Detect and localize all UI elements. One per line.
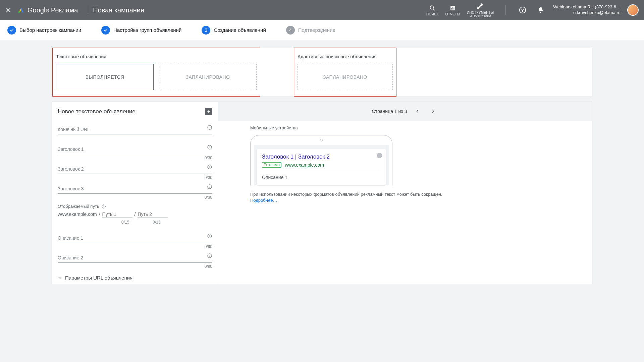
learn-more-link[interactable]: Подробнее… — [250, 198, 277, 203]
notifications-button[interactable] — [535, 4, 546, 16]
preview-note: При использовании некоторых форматов объ… — [250, 191, 559, 203]
counter: 0/30 — [205, 156, 212, 160]
final-url-field: ? — [58, 125, 212, 134]
final-url-input[interactable] — [58, 125, 212, 134]
svg-rect-4 — [452, 7, 453, 10]
step-ad-groups[interactable]: Настройка групп объявлений — [101, 26, 181, 35]
counter: 0/90 — [205, 264, 212, 269]
svg-text:?: ? — [209, 185, 211, 188]
svg-text:?: ? — [209, 235, 211, 238]
display-base-url: www.example.com — [58, 212, 97, 217]
svg-text:?: ? — [103, 205, 104, 207]
counter: 0/30 — [205, 195, 212, 200]
help-icon[interactable]: ? — [207, 253, 212, 258]
help-icon[interactable]: ? — [207, 125, 212, 130]
content-area: Текстовые объявления ВЫПОЛНЯЕТСЯ ЗАПЛАНИ… — [0, 40, 644, 284]
headline3-input[interactable] — [58, 184, 212, 194]
wrench-icon — [477, 3, 484, 10]
ad-preview-card: Заголовок 1 | Заголовок 2 Реклама www.ex… — [257, 149, 386, 185]
divider — [505, 5, 505, 15]
responsive-search-ads-group: Адаптивные поисковые объявления ЗАПЛАНИР… — [294, 48, 396, 97]
ad-type-card: Текстовые объявления ВЫПОЛНЯЕТСЯ ЗАПЛАНИ… — [52, 48, 592, 97]
settings-tool[interactable]: ИНСТРУМЕНТЫ И НАСТРОЙКИ — [467, 3, 494, 18]
counter: 0/30 — [205, 175, 212, 180]
step-create-ads[interactable]: 3 Создание объявлений — [202, 26, 266, 35]
editor-row: Новое текстовое объявление ✦ ? ? 0/30 ? … — [52, 102, 592, 284]
svg-text:?: ? — [209, 126, 211, 129]
ad-editor-panel: Новое текстовое объявление ✦ ? ? 0/30 ? … — [52, 102, 218, 284]
ideas-icon[interactable]: ✦ — [205, 108, 212, 115]
svg-text:?: ? — [209, 166, 211, 169]
google-ads-logo: Google Реклама — [17, 6, 78, 14]
display-path-label: Отображаемый путь — [58, 204, 99, 209]
svg-rect-5 — [453, 7, 454, 9]
counter: 0/15 — [153, 220, 160, 225]
reports-tool[interactable]: ОТЧЕТЫ — [445, 4, 460, 16]
text-ads-group: Текстовые объявления ВЫПОЛНЯЕТСЯ ЗАПЛАНИ… — [52, 48, 260, 97]
svg-text:?: ? — [209, 146, 211, 149]
svg-point-1 — [430, 6, 434, 9]
close-icon[interactable] — [5, 7, 11, 13]
phone-mockup: Заголовок 1 | Заголовок 2 Реклама www.ex… — [250, 135, 392, 185]
ad-description: Описание 1 — [262, 171, 381, 180]
headline1-field: ? 0/30 — [58, 144, 212, 154]
url-params-toggle[interactable]: Параметры URL объявления — [58, 275, 212, 281]
help-icon[interactable]: ? — [101, 204, 106, 209]
ad-headline: Заголовок 1 | Заголовок 2 — [262, 154, 381, 160]
account-info[interactable]: Webinars eLama RU (378-923-6… n.kravchen… — [553, 4, 621, 16]
svg-text:?: ? — [521, 8, 524, 13]
editor-title: Новое текстовое объявление — [58, 108, 136, 115]
display-path-row: Отображаемый путь ? www.example.com / / … — [58, 204, 212, 225]
help-icon[interactable]: ? — [207, 144, 212, 150]
check-icon — [101, 26, 110, 35]
chevron-down-icon — [58, 276, 62, 280]
preview-device-label: Мобильные устройства — [250, 125, 559, 130]
headline3-field: ? 0/30 — [58, 184, 212, 194]
description1-input[interactable] — [58, 233, 212, 243]
headline2-field: ? 0/30 — [58, 164, 212, 174]
help-icon[interactable]: ? — [207, 184, 212, 189]
path2-input[interactable] — [138, 211, 168, 218]
divider — [88, 5, 88, 15]
pager-next-button[interactable] — [428, 107, 438, 116]
path1-input[interactable] — [102, 211, 132, 218]
help-button[interactable]: ? — [517, 4, 528, 16]
avatar[interactable] — [627, 4, 639, 16]
counter: 0/90 — [205, 244, 212, 249]
responsive-title: Адаптивные поисковые объявления — [298, 54, 393, 59]
headline2-input[interactable] — [58, 164, 212, 174]
help-icon[interactable]: ? — [207, 164, 212, 170]
pager-prev-button[interactable] — [413, 107, 422, 116]
help-icon: ? — [519, 6, 526, 14]
chip-running[interactable]: ВЫПОЛНЯЕТСЯ — [56, 64, 154, 90]
svg-point-0 — [18, 11, 20, 13]
campaign-stepper: Выбор настроек кампании Настройка групп … — [0, 20, 644, 40]
ad-preview-panel: Страница 1 из 3 Мобильные устройства Заг… — [218, 102, 592, 284]
step-campaign-settings[interactable]: Выбор настроек кампании — [7, 26, 81, 35]
headline1-input[interactable] — [58, 144, 212, 154]
pager-text: Страница 1 из 3 — [372, 109, 407, 114]
product-name: Google Реклама — [28, 6, 78, 14]
search-icon — [429, 4, 436, 12]
preview-pager: Страница 1 из 3 — [218, 102, 592, 121]
svg-rect-3 — [451, 8, 452, 10]
bar-chart-icon — [449, 4, 457, 12]
description2-field: ? 0/90 — [58, 253, 212, 263]
info-icon[interactable] — [377, 153, 382, 158]
page-title: Новая кампания — [93, 6, 144, 14]
step-confirmation[interactable]: 4 Подтверждение — [286, 26, 335, 35]
text-ads-title: Текстовые объявления — [56, 54, 257, 59]
chip-planned-responsive[interactable]: ЗАПЛАНИРОВАНО — [298, 64, 393, 90]
description2-input[interactable] — [58, 253, 212, 263]
header-tools: ПОИСК ОТЧЕТЫ ИНСТРУМЕНТЫ И НАСТРОЙКИ ? W… — [426, 3, 639, 18]
ad-badge: Реклама — [262, 162, 281, 168]
search-tool[interactable]: ПОИСК — [426, 4, 439, 16]
phone-camera-icon — [320, 139, 323, 141]
counter: 0/15 — [121, 220, 129, 225]
chip-planned[interactable]: ЗАПЛАНИРОВАНО — [159, 64, 257, 90]
ad-display-url: www.example.com — [285, 162, 324, 168]
check-icon — [7, 26, 16, 35]
description1-field: ? 0/90 — [58, 233, 212, 243]
help-icon[interactable]: ? — [207, 233, 212, 239]
bell-icon — [537, 7, 544, 13]
